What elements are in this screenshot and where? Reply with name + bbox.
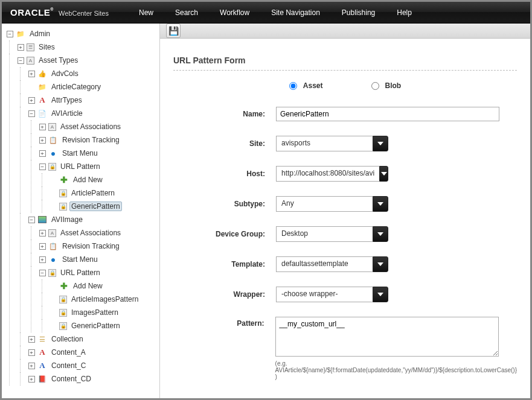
dot-icon: ● [48, 148, 58, 158]
label-name: Name: [173, 110, 276, 118]
lock-icon: 🔒 [59, 189, 67, 197]
template-select-value: defaultassettemplate [276, 256, 373, 272]
toggle-advcols[interactable]: + [27, 69, 36, 78]
tree-start-menu-1[interactable]: Start Menu [60, 148, 100, 158]
image-icon [37, 215, 47, 224]
toggle-start-menu-1[interactable]: + [38, 149, 46, 157]
radio-asset-label[interactable]: Asset [289, 81, 323, 90]
toggle-admin[interactable]: − [5, 30, 14, 38]
tree-content-a[interactable]: Content_A [50, 348, 88, 357]
tree-collection[interactable]: Collection [50, 334, 85, 344]
toggle-attrtypes[interactable]: + [27, 96, 36, 104]
toggle-url-pattern-1[interactable]: − [38, 162, 46, 171]
chevron-down-icon[interactable] [379, 166, 388, 182]
asset-assoc-icon: A [48, 229, 56, 237]
label-site: Site: [173, 139, 276, 148]
tree-sites[interactable]: Sites [37, 42, 57, 52]
toggle-rev-track-2[interactable]: + [38, 242, 46, 250]
tree-articleimagespattern[interactable]: ArticleImagesPattern [69, 294, 140, 304]
host-select-value: http://localhost:8080/sites/avi [276, 166, 379, 182]
wrapper-select[interactable]: -choose wrapper- [276, 287, 388, 302]
menu-site-navigation[interactable]: Site Navigation [271, 8, 320, 17]
lock-icon: 🔒 [59, 296, 67, 303]
tree-imagespattern[interactable]: ImagesPattern [69, 308, 120, 317]
tree-articlecategory[interactable]: ArticleCategory [50, 82, 103, 92]
a-blue-icon: A [37, 361, 47, 370]
tree-add-new-1[interactable]: Add New [71, 175, 104, 185]
dot-icon: ● [48, 255, 58, 264]
toggle-rev-track-1[interactable]: + [38, 136, 46, 144]
toggle-asset-types[interactable]: − [16, 56, 25, 65]
toggle-sites[interactable]: + [16, 43, 25, 51]
label-subtype: Subtype: [173, 200, 276, 208]
attrtypes-icon: A [37, 95, 47, 105]
save-icon: 💾 [168, 26, 179, 36]
tree-content-c[interactable]: Content_C [50, 361, 88, 370]
tree-advcols[interactable]: AdvCols [50, 69, 80, 78]
divider [173, 70, 517, 71]
chevron-down-icon[interactable] [373, 256, 388, 272]
subtype-select[interactable]: Any [276, 196, 388, 212]
tree-asset-types[interactable]: Asset Types [37, 56, 80, 65]
tree-url-pattern-1[interactable]: URL Pattern [59, 162, 102, 171]
menu-workflow[interactable]: Workflow [220, 8, 249, 17]
tree-asset-associations-1[interactable]: Asset Associations [59, 122, 123, 132]
pattern-textarea[interactable] [275, 317, 499, 357]
toggle-start-menu-2[interactable]: + [38, 255, 46, 264]
chevron-down-icon[interactable] [373, 287, 388, 302]
chevron-down-icon[interactable] [373, 136, 388, 151]
template-select[interactable]: defaultassettemplate [276, 256, 388, 272]
tree-add-new-2[interactable]: Add New [71, 281, 104, 291]
main-menu: New Search Workflow Site Navigation Publ… [139, 8, 412, 17]
plus-icon: ✚ [59, 281, 69, 291]
radio-blob[interactable] [371, 82, 379, 90]
chevron-down-icon[interactable] [373, 226, 388, 242]
radio-blob-label[interactable]: Blob [371, 81, 402, 90]
host-select[interactable]: http://localhost:8080/sites/avi [276, 166, 388, 182]
toggle-aviimage[interactable]: − [27, 215, 36, 224]
tree-revision-tracking-2[interactable]: Revision Tracking [60, 241, 121, 251]
tree-genericpattern-2[interactable]: GenericPattern [69, 321, 122, 331]
tree-articlepattern[interactable]: ArticlePattern [69, 188, 117, 198]
asset-assoc-icon: A [48, 123, 56, 131]
site-select[interactable]: avisports [276, 136, 388, 151]
toggle-url-pattern-2[interactable]: − [38, 268, 46, 277]
tree-start-menu-2[interactable]: Start Menu [60, 255, 100, 264]
tree-aviimage[interactable]: AVIImage [50, 215, 85, 224]
tree-content-cd[interactable]: Content_CD [50, 374, 93, 384]
tree-url-pattern-2[interactable]: URL Pattern [59, 268, 102, 278]
plus-icon: ✚ [59, 175, 69, 185]
page-icon: 📋 [48, 241, 58, 251]
device-group-select[interactable]: Desktop [276, 226, 388, 242]
toggle-content-c[interactable]: + [27, 361, 36, 370]
tree-asset-associations-2[interactable]: Asset Associations [59, 228, 123, 238]
book-icon: 📕 [37, 374, 47, 384]
tree-genericpattern-selected[interactable]: GenericPattern [69, 202, 122, 211]
radio-asset[interactable] [289, 82, 297, 90]
label-device-group: Device Group: [173, 230, 276, 238]
site-select-value: avisports [276, 136, 373, 151]
toggle-content-cd[interactable]: + [27, 375, 36, 383]
toggle-collection[interactable]: + [27, 335, 36, 343]
name-input[interactable] [276, 107, 499, 121]
menu-search[interactable]: Search [175, 8, 198, 17]
menu-new[interactable]: New [139, 8, 153, 17]
lock-icon: 🔒 [59, 322, 67, 330]
toggle-content-a[interactable]: + [27, 348, 36, 357]
tree-admin[interactable]: Admin [28, 29, 52, 39]
sidebar-tree: − 📁 Admin + ☰ Sites − A Asset Types [2, 24, 160, 398]
brand-oracle: ORACLE® [10, 7, 54, 17]
chevron-down-icon[interactable] [373, 196, 388, 212]
toggle-asset-assoc-2[interactable]: + [38, 229, 46, 237]
lock-icon: 🔒 [59, 203, 67, 211]
label-template: Template: [173, 260, 276, 268]
toggle-aviarticle[interactable]: − [27, 109, 36, 118]
tree-revision-tracking-1[interactable]: Revision Tracking [60, 135, 121, 145]
toggle-asset-assoc-1[interactable]: + [38, 122, 46, 131]
save-button[interactable]: 💾 [166, 24, 181, 38]
menu-publishing[interactable]: Publishing [342, 8, 375, 17]
top-menubar: ORACLE® WebCenter Sites New Search Workf… [2, 2, 530, 24]
tree-attrtypes[interactable]: AttrTypes [50, 95, 84, 105]
tree-aviarticle[interactable]: AVIArticle [50, 109, 85, 118]
menu-help[interactable]: Help [397, 8, 412, 17]
